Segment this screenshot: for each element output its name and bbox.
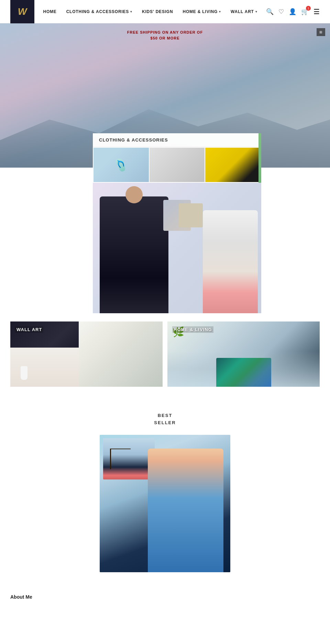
chevron-down-icon: ▾ [255, 10, 257, 13]
nav-clothing[interactable]: CLOTHING & ACCESSORIES ▾ [66, 9, 132, 14]
logo[interactable]: W [10, 0, 34, 23]
hero-shipping-text: FREE SHIPPING ON ANY ORDER OF $50 OR MOR… [127, 30, 203, 41]
best-seller-title: BEST SELLER [7, 412, 323, 427]
clothing-main-image [93, 183, 261, 313]
cart-badge: 1 [306, 6, 311, 11]
menu-icon[interactable]: ☰ [314, 8, 320, 16]
search-icon[interactable]: 🔍 [266, 8, 274, 15]
vase-icon [21, 366, 28, 380]
woman-figure [203, 210, 258, 313]
blanket [216, 358, 271, 387]
nav-wall-art[interactable]: WALL ART ▾ [231, 9, 257, 14]
about-me-title: About Me [10, 594, 320, 600]
clothing-label: CLOTHING & ACCESSORIES [93, 133, 261, 147]
cart-icon[interactable]: 🛒 1 [301, 8, 309, 15]
home-living-card[interactable]: 🌿 HOME & LIVING [167, 321, 320, 387]
clothing-thumbnails: 🩴 [93, 147, 261, 183]
filter-button[interactable]: ⊞ [317, 28, 325, 36]
flipflop-icon: 🩴 [111, 156, 131, 174]
header: W HOME CLOTHING & ACCESSORIES ▾ KIDS' DE… [0, 0, 330, 23]
artist-figure [148, 449, 223, 572]
wall-art-painting [79, 321, 163, 387]
thumb-flipflops[interactable]: 🩴 [94, 148, 149, 182]
man-head [125, 186, 143, 203]
tree-branch [110, 449, 131, 469]
about-me-section: About Me [0, 587, 330, 603]
account-icon[interactable]: 👤 [289, 8, 296, 15]
artist-image [100, 435, 230, 572]
cat-image [179, 203, 203, 227]
header-icons: 🔍 ♡ 👤 🛒 1 ☰ [266, 8, 320, 16]
home-living-label: HOME & LIVING [172, 326, 213, 333]
main-nav: HOME CLOTHING & ACCESSORIES ▾ KIDS' DESI… [34, 9, 266, 14]
man-figure [100, 196, 168, 313]
nav-home[interactable]: HOME [43, 9, 56, 14]
lower-categories: WALL ART 🌿 HOME & LIVING [0, 317, 330, 392]
thumb-artwork[interactable] [150, 148, 205, 182]
clothing-block[interactable]: CLOTHING & ACCESSORIES 🩴 [93, 133, 261, 313]
logo-text: W [18, 6, 27, 17]
chevron-down-icon: ▾ [219, 10, 221, 13]
wall-art-card[interactable]: WALL ART [10, 321, 163, 387]
artist-image-container [100, 435, 230, 572]
wishlist-icon[interactable]: ♡ [278, 8, 284, 15]
wall-art-label: WALL ART [15, 326, 43, 333]
sofa-area [167, 351, 320, 387]
nav-kids[interactable]: KIDS' DESIGN [142, 9, 173, 14]
chevron-down-icon: ▾ [130, 10, 132, 13]
thumb-bag[interactable] [205, 148, 261, 182]
category-section: CLOTHING & ACCESSORIES 🩴 [0, 133, 330, 398]
painting-easel [103, 438, 155, 479]
best-seller-section: BEST SELLER [0, 398, 330, 587]
nav-home-living[interactable]: HOME & LIVING ▾ [183, 9, 221, 14]
